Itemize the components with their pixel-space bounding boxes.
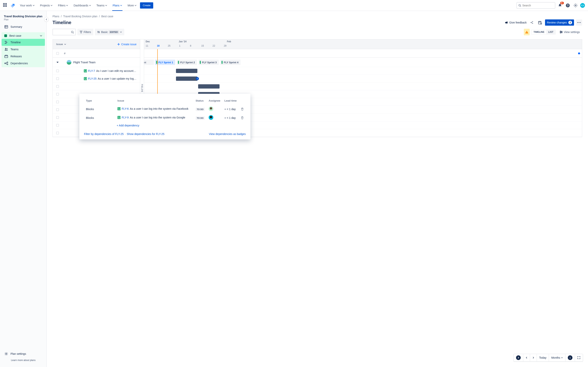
breadcrumb-plan[interactable]: Travel Booking Division plan — [63, 15, 97, 18]
issue-column-header[interactable]: Issue — [56, 43, 66, 46]
nav-teams[interactable]: Teams — [95, 2, 109, 8]
nav-plans[interactable]: Plans — [111, 2, 124, 8]
dependencies-icon — [4, 61, 8, 65]
timeline-row: rint FLY Sprint 1 FLY Sprint 2 FLY Sprin… — [144, 58, 582, 67]
checkbox[interactable] — [56, 124, 59, 127]
timeline-row — [144, 83, 582, 90]
sprint-pill[interactable]: FLY Sprint 2 — [177, 60, 197, 65]
checkbox[interactable] — [56, 52, 59, 55]
sidebar-scenario[interactable]: Best case — [1, 33, 45, 39]
trash-icon[interactable] — [241, 108, 244, 111]
nav-your-work[interactable]: Your work — [18, 2, 36, 8]
create-issue-button[interactable]: Create issue — [117, 43, 137, 46]
filters-button[interactable]: Filters — [78, 29, 93, 35]
scroll-left-fast-button[interactable] — [514, 354, 523, 362]
checkbox[interactable] — [56, 85, 59, 88]
show-deps-link[interactable]: Show dependencies for FLY-25 — [127, 133, 164, 135]
gantt-bar[interactable] — [176, 69, 197, 73]
svg-point-25 — [560, 31, 561, 32]
today-button[interactable]: Today — [537, 354, 549, 362]
svg-point-23 — [98, 31, 98, 32]
sidebar-plan-settings[interactable]: Plan settings — [1, 350, 45, 357]
view-timeline-option[interactable]: TIMELINE — [532, 30, 546, 34]
fullscreen-button[interactable] — [575, 354, 583, 362]
create-button[interactable]: Create — [140, 2, 153, 8]
sidebar-summary[interactable]: Summary — [1, 23, 45, 30]
status-pill: TO DO — [196, 108, 205, 111]
issue-key-link[interactable]: FLY-7 — [88, 69, 95, 72]
sprint-pill[interactable]: FLY Sprint 4 — [220, 60, 241, 65]
scroll-left-button[interactable] — [523, 354, 530, 362]
filter-icon — [80, 31, 82, 33]
share-button[interactable] — [529, 19, 535, 26]
add-dependency-button[interactable]: + Add dependency — [115, 122, 246, 129]
issue-key-link[interactable]: FLY-6 — [122, 107, 129, 110]
assignee-avatar[interactable] — [209, 106, 213, 111]
more-actions-button[interactable] — [576, 19, 582, 26]
view-settings-button[interactable]: View settings — [557, 29, 582, 35]
search-input[interactable] — [517, 2, 555, 9]
user-avatar[interactable]: CJ — [580, 3, 585, 8]
checkbox[interactable] — [56, 69, 59, 72]
issue-key-link[interactable]: FLY-9 — [122, 116, 129, 119]
scale-selector[interactable]: Months — [549, 354, 565, 362]
sprint-pill[interactable]: FLY Sprint 1 — [155, 60, 175, 65]
trash-icon[interactable] — [241, 116, 244, 119]
nav-filters[interactable]: Filters — [56, 2, 70, 8]
megaphone-icon — [505, 21, 508, 24]
give-feedback-button[interactable]: Give feedback — [505, 21, 527, 24]
nav-projects[interactable]: Projects — [38, 2, 55, 8]
dep-type: Blocks — [84, 114, 115, 122]
sidebar-timeline[interactable]: Timeline — [1, 39, 45, 46]
filter-by-deps-link[interactable]: Filter by dependencies of FLY-25 — [84, 133, 124, 135]
view-list-option[interactable]: LIST — [546, 30, 555, 34]
breadcrumb-scenario[interactable]: Best case — [101, 15, 113, 18]
month-label: Dec — [144, 39, 177, 44]
checkbox[interactable] — [56, 77, 59, 80]
scroll-right-button[interactable] — [530, 354, 537, 362]
checkbox[interactable] — [56, 116, 59, 119]
nav-dashboards[interactable]: Dashboards — [71, 2, 93, 8]
link-badge-icon[interactable] — [196, 77, 199, 80]
calendar-add-button[interactable] — [537, 19, 543, 26]
info-button[interactable]: i — [565, 354, 575, 362]
checkbox[interactable] — [56, 100, 59, 103]
notifications-icon[interactable]: 9+ — [557, 2, 563, 8]
milestone-marker[interactable] — [578, 52, 580, 54]
learn-more-link[interactable]: Learn more about plans — [1, 357, 45, 363]
basic-filter-button[interactable]: Basic EDITED — [95, 29, 124, 35]
sprint-pill[interactable]: FLY Sprint 3 — [199, 60, 219, 65]
day-label: 11 — [144, 44, 150, 48]
table-row: # — [53, 49, 140, 58]
sidebar-releases[interactable]: Releases — [1, 53, 45, 60]
svg-point-14 — [530, 22, 531, 23]
jira-logo-icon[interactable] — [10, 3, 15, 8]
settings-icon[interactable] — [572, 2, 579, 8]
app-switcher-icon[interactable] — [3, 3, 8, 8]
help-icon[interactable]: ? — [565, 2, 571, 8]
assignee-avatar[interactable] — [209, 115, 213, 120]
view-toggle: TIMELINE LIST — [531, 30, 556, 34]
plan-subtitle: Plan — [1, 18, 45, 23]
checkbox[interactable] — [56, 108, 59, 111]
warning-icon[interactable] — [524, 29, 530, 35]
sidebar-dependencies[interactable]: Dependencies — [1, 60, 45, 67]
team-row[interactable]: Flight Travel Team — [53, 58, 140, 67]
issue-key-link[interactable]: FLY-25 — [88, 77, 97, 80]
checkbox[interactable] — [56, 93, 59, 96]
view-as-badges-link[interactable]: View dependencies as badges — [209, 133, 246, 135]
breadcrumb-plans[interactable]: Plans — [52, 15, 59, 18]
releases-icon — [4, 54, 8, 58]
sprint-pill[interactable]: rint — [144, 60, 154, 65]
gantt-bar[interactable] — [198, 84, 219, 89]
sidebar-teams[interactable]: Teams — [1, 46, 45, 53]
lead-time: + < 1 day — [223, 105, 239, 113]
day-label: 1 — [178, 44, 182, 48]
checkbox[interactable] — [56, 132, 59, 134]
nav-more[interactable]: More — [126, 2, 138, 8]
gantt-bar[interactable] — [176, 76, 197, 81]
issue-search-input[interactable] — [52, 29, 76, 35]
review-changes-button[interactable]: Review changes 2 — [545, 19, 574, 26]
svg-point-24 — [99, 32, 100, 33]
search-icon — [71, 31, 74, 33]
